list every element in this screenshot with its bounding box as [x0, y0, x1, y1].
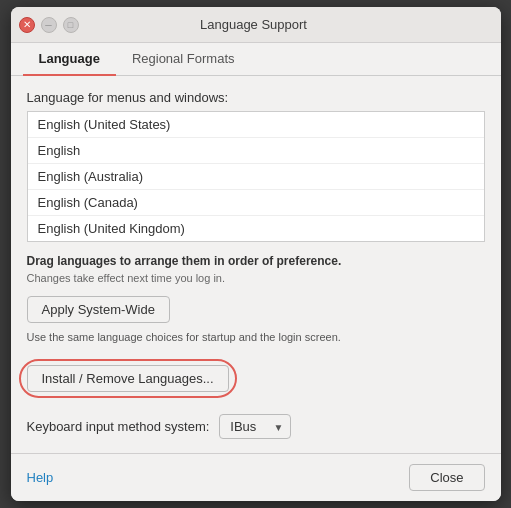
- tab-regional-formats[interactable]: Regional Formats: [116, 43, 251, 76]
- apply-system-wide-button[interactable]: Apply System-Wide: [27, 296, 170, 323]
- tab-language-body: Language for menus and windows: English …: [11, 76, 501, 453]
- footer: Help Close: [11, 453, 501, 501]
- install-button-wrap: Install / Remove Languages...: [27, 365, 229, 392]
- language-list[interactable]: English (United States) English English …: [27, 111, 485, 242]
- list-item[interactable]: English (Australia): [28, 164, 484, 190]
- drag-sub-hint: Changes take effect next time you log in…: [27, 272, 485, 284]
- list-item[interactable]: English (Canada): [28, 190, 484, 216]
- tab-bar: Language Regional Formats: [11, 43, 501, 76]
- keyboard-input-select[interactable]: IBus fcitx None: [219, 414, 291, 439]
- use-same-text: Use the same language choices for startu…: [27, 331, 485, 343]
- keyboard-select-wrap: IBus fcitx None ▼: [219, 414, 291, 439]
- window-title: Language Support: [79, 17, 429, 32]
- maximize-button[interactable]: □: [63, 17, 79, 33]
- install-remove-languages-button[interactable]: Install / Remove Languages...: [27, 365, 229, 392]
- main-content: Language Regional Formats Language for m…: [11, 43, 501, 453]
- list-item[interactable]: English (United States): [28, 112, 484, 138]
- list-item[interactable]: English: [28, 138, 484, 164]
- list-item[interactable]: English (United Kingdom): [28, 216, 484, 241]
- help-link[interactable]: Help: [27, 470, 54, 485]
- minimize-button[interactable]: ─: [41, 17, 57, 33]
- titlebar: ✕ ─ □ Language Support: [11, 7, 501, 43]
- keyboard-input-label: Keyboard input method system:: [27, 419, 210, 434]
- tab-language[interactable]: Language: [23, 43, 116, 76]
- language-section-label: Language for menus and windows:: [27, 90, 485, 105]
- close-button[interactable]: Close: [409, 464, 484, 491]
- drag-hint: Drag languages to arrange them in order …: [27, 254, 485, 268]
- window-controls: ✕ ─ □: [19, 17, 79, 33]
- close-window-button[interactable]: ✕: [19, 17, 35, 33]
- keyboard-row: Keyboard input method system: IBus fcitx…: [27, 414, 485, 439]
- language-support-window: ✕ ─ □ Language Support Language Regional…: [11, 7, 501, 501]
